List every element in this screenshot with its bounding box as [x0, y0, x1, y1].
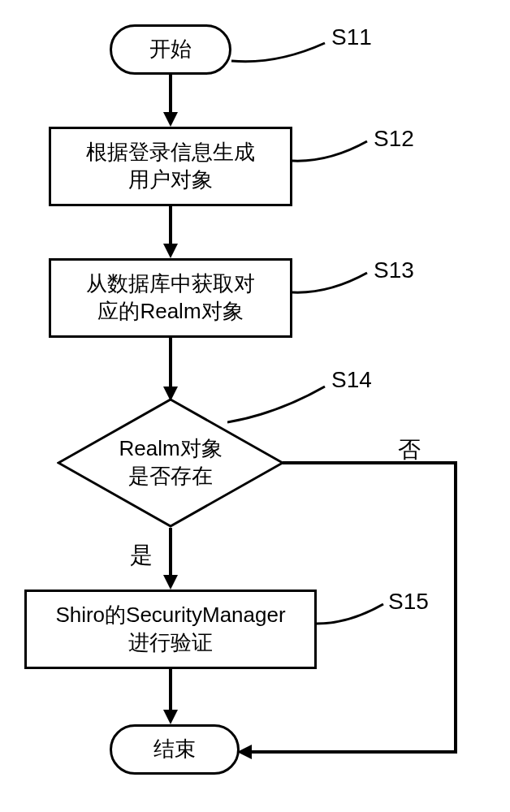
arrow-head-1 [163, 112, 178, 127]
arrow-s15-end [169, 669, 172, 711]
s14-text: Realm对象 是否存在 [119, 435, 222, 490]
arrow-s12-s13 [169, 206, 172, 245]
label-yes: 是 [130, 540, 153, 571]
arrow-s13-s14 [169, 338, 172, 388]
end-text: 结束 [153, 736, 196, 763]
callout-s11 [227, 37, 333, 69]
s12-text: 根据登录信息生成 用户对象 [86, 139, 255, 194]
s13-node: 从数据库中获取对 应的Realm对象 [49, 258, 292, 338]
arrow-start-s12 [169, 75, 172, 114]
no-h1 [283, 461, 457, 464]
arrow-head-2 [163, 244, 178, 258]
arrow-head-5 [163, 710, 178, 724]
s12-node: 根据登录信息生成 用户对象 [49, 127, 292, 206]
label-s12: S12 [374, 126, 414, 152]
no-h2 [250, 750, 457, 754]
callout-s13 [292, 268, 374, 300]
callout-s12 [292, 136, 374, 169]
callout-s14 [227, 382, 333, 430]
no-v1 [454, 461, 457, 754]
start-text: 开始 [149, 36, 192, 63]
s15-node: Shiro的SecurityManager 进行验证 [24, 590, 317, 669]
label-s14: S14 [331, 367, 372, 393]
arrow-s14-s15 [169, 528, 172, 577]
s15-text: Shiro的SecurityManager 进行验证 [55, 602, 285, 657]
label-s13: S13 [374, 257, 414, 283]
start-node: 开始 [110, 24, 231, 75]
callout-s15 [317, 599, 390, 632]
s13-text: 从数据库中获取对 应的Realm对象 [86, 270, 255, 326]
end-node: 结束 [110, 724, 240, 775]
arrow-head-4 [163, 575, 178, 590]
label-s11: S11 [331, 24, 372, 50]
label-s15: S15 [388, 589, 429, 615]
